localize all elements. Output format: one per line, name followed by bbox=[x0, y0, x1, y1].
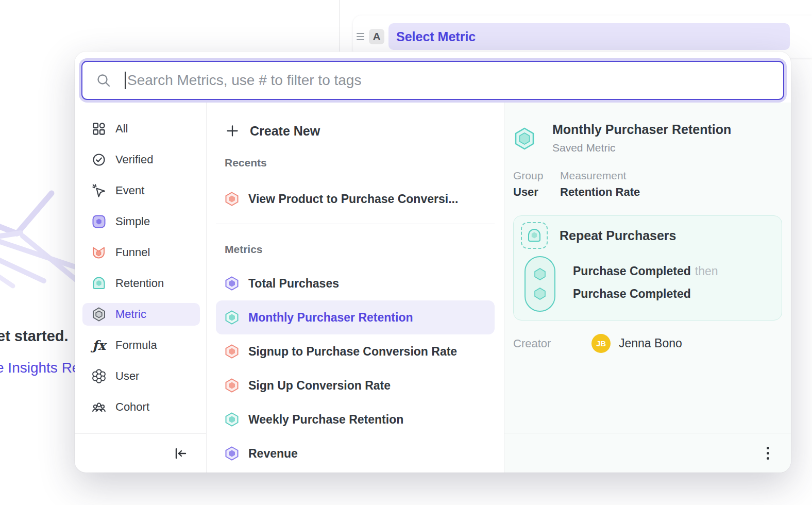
series-letter-badge: A bbox=[369, 29, 384, 44]
sidebar-item-retention[interactable]: Retention bbox=[82, 272, 200, 295]
cohort-step-2: Purchase Completed bbox=[573, 287, 718, 301]
metrics-header: Metrics bbox=[216, 243, 495, 257]
funnel-icon bbox=[92, 245, 106, 260]
metric-item-label: Total Purchases bbox=[248, 277, 339, 291]
repeat-purchasers-card: Repeat Purchasers Purchase Completedthen bbox=[513, 215, 782, 321]
teal-hexagon-icon-large bbox=[513, 127, 536, 150]
recent-metric-item[interactable]: View Product to Purchase Conversi... bbox=[216, 182, 495, 216]
verified-badge-icon bbox=[92, 153, 106, 167]
measurement-label: Measurement bbox=[560, 170, 640, 182]
metric-item-signup-to-purchase-conversion-rate[interactable]: Signup to Purchase Conversion Rate bbox=[216, 334, 495, 368]
metric-list: Total Purchases Monthly Purchaser Retent… bbox=[216, 266, 495, 470]
metric-details-panel: Monthly Purchaser Retention Saved Metric… bbox=[504, 103, 791, 473]
small-hexagon-icon bbox=[533, 287, 547, 300]
group-value: User bbox=[513, 186, 547, 199]
background-insights-link-cutoff[interactable]: e Insights Re bbox=[0, 360, 80, 376]
sidebar-item-all[interactable]: All bbox=[82, 117, 200, 140]
sidebar-item-label: Formula bbox=[115, 339, 157, 352]
kebab-menu-icon[interactable] bbox=[767, 447, 769, 460]
sidebar-item-label: Cohort bbox=[115, 400, 149, 414]
measurement-value: Retention Rate bbox=[560, 186, 640, 199]
sidebar-item-funnel[interactable]: Funnel bbox=[82, 241, 200, 264]
coral-hexagon-icon bbox=[225, 344, 239, 359]
coral-hexagon-icon bbox=[225, 378, 239, 393]
collapse-left-icon[interactable] bbox=[174, 447, 188, 460]
user-cluster-icon bbox=[92, 369, 106, 383]
group-label: Group bbox=[513, 170, 547, 182]
creator-row: Creator JB Jenna Bono bbox=[513, 334, 782, 353]
sidebar-item-label: User bbox=[115, 369, 139, 383]
sidebar-footer bbox=[75, 433, 206, 473]
search-focus-ring: Search Metrics, use # to filter to tags bbox=[79, 58, 787, 103]
coral-hexagon-icon bbox=[225, 192, 239, 206]
sidebar-item-simple[interactable]: Simple bbox=[82, 210, 200, 233]
details-subtitle: Saved Metric bbox=[552, 142, 731, 154]
sidebar-item-label: Retention bbox=[115, 277, 164, 290]
metric-picker-modal: Search Metrics, use # to filter to tags … bbox=[75, 52, 791, 473]
list-divider bbox=[216, 224, 495, 224]
search-placeholder: Search Metrics, use # to filter to tags bbox=[127, 72, 361, 89]
select-metric-button[interactable]: Select Metric bbox=[388, 23, 790, 50]
sidebar-item-event[interactable]: Event bbox=[82, 179, 200, 202]
sidebar-item-label: Funnel bbox=[115, 246, 150, 259]
drag-handle-icon[interactable] bbox=[357, 33, 364, 40]
sidebar-item-user[interactable]: User bbox=[82, 365, 200, 388]
metric-item-revenue[interactable]: Revenue bbox=[216, 436, 495, 470]
sidebar-item-label: All bbox=[115, 122, 128, 136]
metric-item-label: Monthly Purchaser Retention bbox=[248, 311, 413, 325]
sidebar-item-label: Simple bbox=[115, 215, 150, 228]
metric-item-monthly-purchaser-retention[interactable]: Monthly Purchaser Retention bbox=[216, 300, 495, 334]
small-hexagon-icon bbox=[533, 267, 547, 281]
creator-avatar: JB bbox=[591, 334, 611, 353]
sidebar-item-metric[interactable]: Metric bbox=[82, 303, 200, 326]
details-meta: Group User Measurement Retention Rate bbox=[513, 170, 782, 199]
sidebar-item-formula[interactable]: ƒx Formula bbox=[82, 334, 200, 357]
cohort-dashed-box bbox=[521, 222, 548, 249]
details-footer bbox=[504, 433, 791, 473]
search-input[interactable]: Search Metrics, use # to filter to tags bbox=[81, 61, 784, 100]
create-new-button[interactable]: Create New bbox=[216, 120, 495, 142]
metric-item-sign-up-conversion-rate[interactable]: Sign Up Conversion Rate bbox=[216, 368, 495, 402]
teal-hexagon-icon bbox=[225, 310, 239, 325]
details-title: Monthly Purchaser Retention bbox=[552, 122, 731, 137]
retention-arch-icon bbox=[92, 276, 106, 291]
sidebar-item-cohort[interactable]: Cohort bbox=[82, 396, 200, 418]
sidebar-item-verified[interactable]: Verified bbox=[82, 148, 200, 171]
background-column-divider bbox=[339, 0, 340, 52]
filter-sidebar: All Verified bbox=[75, 103, 207, 473]
cohort-step-1: Purchase Completedthen bbox=[573, 264, 718, 278]
teal-hexagon-icon bbox=[225, 412, 239, 427]
recent-item-label: View Product to Purchase Conversi... bbox=[248, 192, 458, 206]
purple-hexagon-icon bbox=[225, 446, 239, 461]
text-cursor bbox=[125, 72, 126, 89]
metric-item-weekly-purchase-retention[interactable]: Weekly Purchase Retention bbox=[216, 402, 495, 436]
sidebar-item-label: Verified bbox=[115, 153, 153, 166]
creator-label: Creator bbox=[513, 337, 591, 350]
background-heading-cutoff: et started. bbox=[0, 328, 69, 345]
formula-icon: ƒx bbox=[92, 338, 106, 352]
metric-item-label: Weekly Purchase Retention bbox=[248, 413, 403, 427]
cursor-click-icon bbox=[92, 183, 106, 198]
purple-hexagon-icon bbox=[225, 276, 239, 291]
simple-hexagon-icon bbox=[92, 214, 106, 229]
plus-icon bbox=[225, 124, 240, 138]
step-connector: then bbox=[695, 264, 718, 278]
details-header: Monthly Purchaser Retention Saved Metric bbox=[513, 122, 782, 154]
background-line-art bbox=[0, 186, 77, 304]
retention-arch-icon bbox=[527, 228, 542, 243]
metric-item-total-purchases[interactable]: Total Purchases bbox=[216, 266, 495, 300]
event-sequence-capsule bbox=[525, 256, 555, 312]
search-icon bbox=[96, 73, 111, 88]
metric-item-label: Sign Up Conversion Rate bbox=[248, 379, 391, 393]
cohort-icon bbox=[92, 400, 106, 414]
create-new-label: Create New bbox=[250, 124, 320, 139]
metric-hexagon-icon bbox=[92, 307, 106, 322]
cohort-title: Repeat Purchasers bbox=[560, 228, 676, 243]
sidebar-item-label: Metric bbox=[115, 308, 146, 321]
creator-name: Jenna Bono bbox=[619, 336, 682, 350]
metric-item-label: Revenue bbox=[248, 447, 298, 461]
metric-list-panel: Create New Recents View Product to Purch… bbox=[207, 103, 504, 473]
recents-header: Recents bbox=[216, 157, 495, 170]
sidebar-item-label: Event bbox=[115, 184, 144, 197]
grid-icon bbox=[92, 122, 106, 136]
